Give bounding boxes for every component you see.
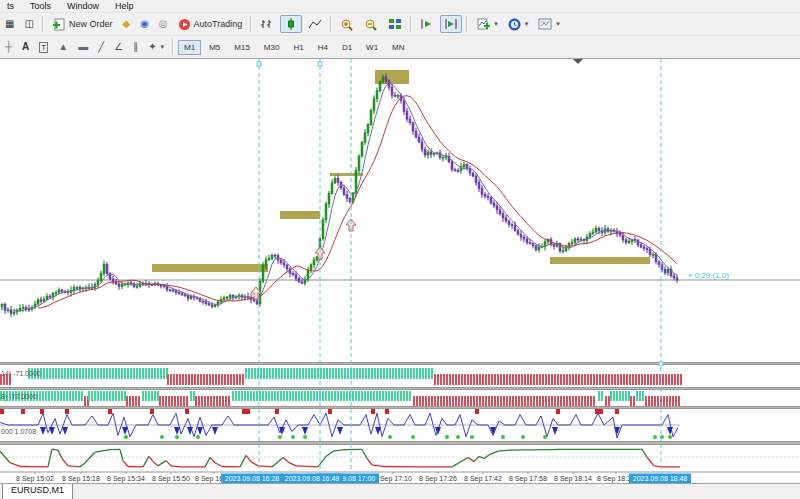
candle-countdown-label: « 0:29 (1.0) <box>688 271 729 280</box>
new-order-button[interactable]: New Order <box>48 15 117 34</box>
text-label-icon[interactable]: T <box>35 39 52 56</box>
timeframe-button-m30[interactable]: M30 <box>258 40 286 55</box>
pane1-label: 14) -71.0000 <box>1 370 41 378</box>
indicators-icon[interactable]: ▾ <box>472 15 502 34</box>
metaeditor-icon[interactable]: ◆ <box>118 15 134 33</box>
time-axis-label: 8 Sep 17:58 <box>509 475 547 483</box>
toolbar-separator <box>42 16 44 32</box>
pane3-label: 000 1.0708 <box>1 428 36 435</box>
toolbar-separator <box>250 16 252 32</box>
arrow-shape-icon[interactable]: ▲ <box>54 38 72 56</box>
timeframe-button-m1[interactable]: M1 <box>178 40 201 55</box>
chart-window-icon[interactable]: ▦ <box>1 15 18 33</box>
rectangle-icon[interactable]: ▬ <box>74 38 92 56</box>
menu-item-tools[interactable]: Tools <box>23 0 58 12</box>
time-axis-label: 8 Sep 17:42 <box>464 475 502 483</box>
time-axis-label: 8 Sep 17:10 <box>374 475 412 483</box>
timeframe-button-m5[interactable]: M5 <box>203 40 226 55</box>
toolbar-separator <box>172 39 174 55</box>
zoom-out-icon[interactable] <box>360 15 382 34</box>
new-order-icon <box>52 18 66 31</box>
time-highlight-label: 2023.09.08 16:49 <box>285 475 340 482</box>
menu-bar: ts Tools Window Help <box>0 0 800 12</box>
line-chart-icon[interactable] <box>304 15 326 33</box>
signals-icon[interactable]: ◎ <box>155 15 172 33</box>
zoom-in-icon[interactable] <box>336 15 358 34</box>
time-axis-label: 8 Sep 15:50 <box>152 475 190 483</box>
time-axis-label: 8 Sep 15:18 <box>62 475 100 483</box>
time-axis-label: 8 Sep 17:26 <box>419 475 457 483</box>
crosshair-icon[interactable]: ┼ <box>1 38 16 56</box>
channel-icon[interactable]: ∥ <box>129 38 142 56</box>
time-axis-label: 8 Sep 15:34 <box>107 475 145 483</box>
templates-dropdown-arrow: ▾ <box>556 20 560 28</box>
autotrading-label: AutoTrading <box>194 19 243 29</box>
toolbar-separator <box>330 16 332 32</box>
timeframe-button-mn[interactable]: MN <box>386 40 410 55</box>
tab-eurusd-m1[interactable]: EURUSD,M1 <box>2 484 73 499</box>
new-order-label: New Order <box>69 19 113 29</box>
timeframe-button-m15[interactable]: M15 <box>228 40 256 55</box>
time-axis-label: 8 Sep 18:14 <box>554 475 592 483</box>
toolbar-separator <box>410 16 412 32</box>
angle-icon[interactable]: ∠ <box>110 38 127 56</box>
timeframes-dropdown-arrow: ▾ <box>525 20 529 28</box>
menu-item-help[interactable]: Help <box>108 0 141 12</box>
trading-terminal-window: ts Tools Window Help ▦ ◫ New Order ◆ ◉ ◎… <box>0 0 800 499</box>
chart-tab-bar: EURUSD,M1 <box>0 483 800 499</box>
market-icon[interactable]: ◉ <box>136 15 153 33</box>
chart-canvas[interactable]: « 0:29 (1.0)14) -71.00008) -77.0000000 1… <box>0 58 800 483</box>
menu-item-window[interactable]: Window <box>60 0 106 12</box>
timeframe-button-h4[interactable]: H4 <box>312 40 334 55</box>
timeframe-buttons: M1M5M15M30H1H4D1W1MN <box>177 40 412 55</box>
menu-item-charts[interactable]: ts <box>0 0 21 12</box>
timeframe-button-h1[interactable]: H1 <box>287 40 309 55</box>
trendline-icon[interactable]: ╱ <box>94 38 108 56</box>
time-axis-label: 8 Sep 15:02 <box>16 475 54 483</box>
autotrading-button[interactable]: AutoTrading <box>174 15 247 34</box>
auto-scroll-icon[interactable] <box>416 15 438 33</box>
timeframes-icon[interactable]: ▾ <box>504 15 533 34</box>
time-highlight-label: 2023.09.08 16:28 <box>225 475 280 482</box>
main-toolbar: ▦ ◫ New Order ◆ ◉ ◎ AutoTrading <box>0 12 800 35</box>
bar-chart-icon[interactable] <box>256 15 278 33</box>
timeframe-button-w1[interactable]: W1 <box>360 40 384 55</box>
pane2-label: 8) -77.0000 <box>1 393 37 401</box>
chart-shift-icon[interactable] <box>440 15 462 33</box>
templates-icon[interactable]: ▾ <box>534 15 564 33</box>
autotrading-icon <box>178 18 191 31</box>
toolbar-separator <box>466 16 468 32</box>
arrows-menu-icon[interactable]: ✦▾ <box>144 38 168 56</box>
text-a-icon[interactable]: A <box>18 38 33 56</box>
tile-windows-icon[interactable] <box>384 15 406 33</box>
profiles-icon[interactable]: ◫ <box>20 15 37 33</box>
drawing-toolbar: ┼ A T ▲ ▬ ╱ ∠ ∥ ✦▾ M1M5M15M30H1H4D1W1MN <box>0 35 800 58</box>
candlestick-icon[interactable] <box>280 15 302 33</box>
timeframe-button-d1[interactable]: D1 <box>336 40 358 55</box>
time-highlight-label: 2023.09.08 18:48 <box>633 475 688 482</box>
indicators-dropdown-arrow: ▾ <box>494 20 498 28</box>
